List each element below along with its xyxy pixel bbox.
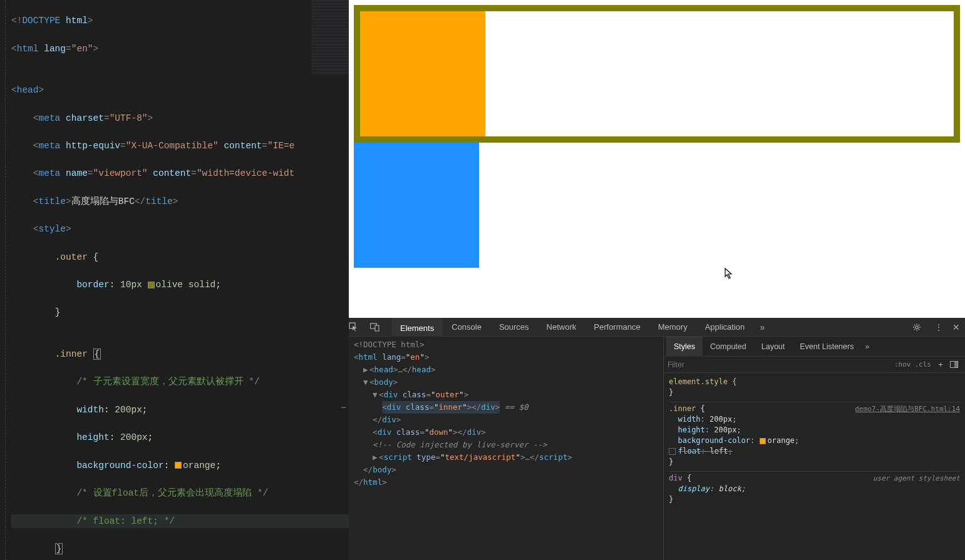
- rule-selector-inner: .inner: [669, 404, 696, 413]
- outer-div: [354, 5, 960, 143]
- kebab-icon[interactable]: ⋮: [930, 322, 947, 332]
- browser-pane: Elements Console Sources Network Perform…: [349, 0, 965, 560]
- svg-point-3: [916, 325, 918, 328]
- page-title-text: 高度塌陷与BFC: [71, 196, 135, 206]
- styles-tab-styles[interactable]: Styles: [666, 337, 703, 357]
- gear-icon[interactable]: [912, 323, 930, 332]
- elements-tree[interactable]: <!DOCTYPE html> <html lang="en"> ▶<head>…: [349, 337, 663, 560]
- close-icon[interactable]: ✕: [947, 322, 965, 332]
- tab-performance[interactable]: Performance: [585, 318, 649, 337]
- cls-toggle[interactable]: .cls: [915, 360, 932, 369]
- css-inner-bg: orange: [183, 461, 215, 471]
- more-tabs-icon[interactable]: »: [753, 322, 771, 332]
- down-div: [354, 143, 479, 268]
- css-inner-height: 200px: [120, 432, 148, 442]
- comment-3: float: left;: [93, 516, 158, 526]
- styles-tab-computed[interactable]: Computed: [703, 337, 754, 357]
- comment-1: 子元素设置宽度，父元素默认被撑开: [93, 377, 244, 387]
- ua-stylesheet-label: user agent stylesheet: [873, 473, 960, 484]
- inspect-icon[interactable]: [349, 322, 370, 332]
- styles-tab-layout[interactable]: Layout: [754, 337, 793, 357]
- styles-panel: Styles Computed Layout Event Listeners »…: [663, 337, 965, 560]
- float-checkbox[interactable]: [669, 448, 676, 455]
- styles-filter-bar: :hov .cls +: [664, 357, 965, 373]
- element-style-label: element.style {: [669, 377, 736, 386]
- more-styles-tabs-icon[interactable]: »: [861, 342, 873, 351]
- minimap[interactable]: [311, 0, 349, 75]
- selected-dom-node[interactable]: ⋯ <div class="inner"></div> == $0: [354, 401, 658, 414]
- devtools-panel: Elements Console Sources Network Perform…: [349, 318, 965, 560]
- styles-filter-input[interactable]: [668, 360, 890, 369]
- code-area[interactable]: <!DOCTYPE html> <html lang="en"> <head> …: [0, 0, 349, 560]
- tab-sources[interactable]: Sources: [490, 318, 538, 337]
- tab-console[interactable]: Console: [443, 318, 490, 337]
- comment-2: 设置float后，父元素会出现高度塌陷: [93, 488, 252, 498]
- tab-memory[interactable]: Memory: [649, 318, 696, 337]
- svg-rect-5: [954, 362, 958, 368]
- tab-elements[interactable]: Elements: [391, 318, 443, 337]
- tab-network[interactable]: Network: [538, 318, 586, 337]
- code-editor-pane[interactable]: <!DOCTYPE html> <html lang="en"> <head> …: [0, 0, 349, 560]
- cursor-icon: [725, 268, 733, 279]
- new-style-rule-icon[interactable]: +: [935, 360, 946, 369]
- styles-tab-event-listeners[interactable]: Event Listeners: [792, 337, 861, 357]
- devtools-tabbar: Elements Console Sources Network Perform…: [349, 318, 965, 337]
- css-inner-width: 200px: [115, 405, 142, 415]
- tab-application[interactable]: Application: [696, 318, 754, 337]
- toggle-computed-icon[interactable]: [950, 361, 961, 368]
- indent-guide: [5, 0, 6, 560]
- styles-tabbar: Styles Computed Layout Event Listeners »: [664, 337, 965, 357]
- rule-source-link[interactable]: demo7-高度塌陷与BFC.html:14: [855, 404, 960, 414]
- device-toggle-icon[interactable]: [370, 323, 391, 332]
- hov-toggle[interactable]: :hov: [894, 360, 911, 369]
- rule-selector-div: div: [669, 474, 683, 482]
- inner-div: [360, 11, 485, 136]
- svg-rect-2: [375, 325, 379, 331]
- styles-rules[interactable]: element.style { } demo7-高度塌陷与BFC.html:14…: [664, 373, 965, 560]
- browser-viewport[interactable]: [349, 0, 965, 318]
